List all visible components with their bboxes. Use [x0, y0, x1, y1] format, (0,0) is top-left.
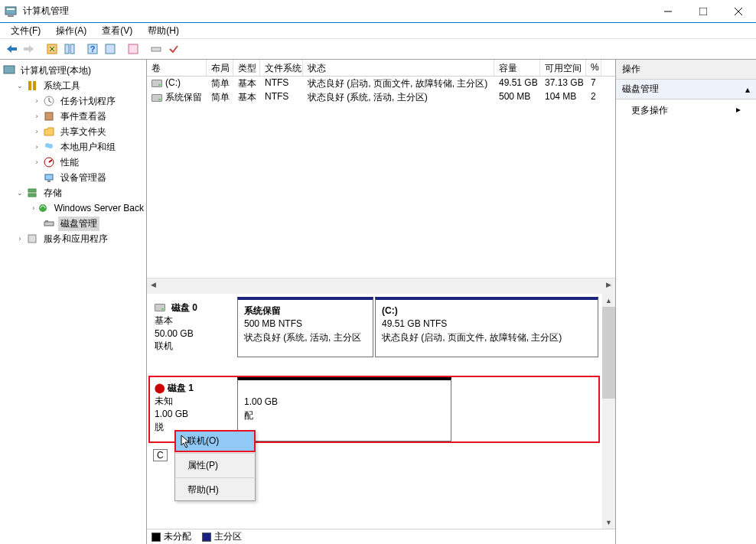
svg-rect-27: [28, 189, 36, 192]
tree-performance[interactable]: › 性能: [0, 155, 146, 170]
menu-file[interactable]: 文件(F): [3, 23, 48, 39]
legend-swatch-unalloc: [152, 533, 161, 542]
disk0-partition-reserved[interactable]: 系统保留 500 MB NTFS 状态良好 (系统, 活动, 主分区: [237, 297, 373, 357]
svg-rect-17: [4, 66, 15, 73]
svg-rect-32: [28, 235, 36, 243]
tree-storage[interactable]: ⌄ 存储: [0, 185, 146, 200]
svg-rect-0: [5, 7, 16, 15]
volume-row[interactable]: 系统保留 简单 基本 NTFS 状态良好 (系统, 活动, 主分区) 500 M…: [147, 90, 615, 104]
vertical-scrollbar[interactable]: ▲ ▼: [602, 294, 615, 529]
menu-help[interactable]: 帮助(H): [140, 23, 187, 39]
ctx-properties[interactable]: 属性(P): [175, 455, 255, 476]
svg-rect-19: [33, 81, 36, 90]
svg-rect-8: [24, 47, 30, 50]
col-header-percent[interactable]: %: [586, 60, 601, 76]
center-pane: 卷 布局 类型 文件系统 状态 容量 可用空间 % (C:) 简单 基本 NTF…: [147, 60, 616, 544]
maximize-button[interactable]: [686, 0, 721, 23]
actions-pane: 操作 磁盘管理 ▴ 更多操作 ▸: [616, 60, 756, 544]
tool-action[interactable]: [44, 41, 60, 57]
tree-shared-folders[interactable]: › 共享文件夹: [0, 124, 146, 139]
svg-rect-30: [44, 222, 54, 226]
col-header-filesystem[interactable]: 文件系统: [260, 60, 303, 76]
close-button[interactable]: [721, 0, 756, 23]
svg-text:?: ?: [90, 44, 96, 54]
back-button[interactable]: [3, 41, 20, 57]
tool-check[interactable]: [165, 41, 182, 57]
titlebar: 计算机管理: [0, 0, 756, 23]
tool-views[interactable]: [125, 41, 142, 57]
forward-button[interactable]: [21, 41, 37, 57]
ctx-help[interactable]: 帮助(H): [175, 480, 255, 500]
svg-rect-7: [11, 47, 17, 50]
actions-section[interactable]: 磁盘管理 ▴: [616, 80, 756, 99]
svg-rect-10: [65, 44, 69, 54]
cursor-icon: [181, 435, 193, 450]
tree-disk-management[interactable]: › 磁盘管理: [0, 216, 146, 231]
toolbar: ?: [0, 38, 756, 60]
disk0-partition-c[interactable]: (C:) 49.51 GB NTFS 状态良好 (启动, 页面文件, 故障转储,…: [375, 297, 598, 357]
disk-0-info: 磁盘 0 基本 50.00 GB 联机: [150, 297, 236, 357]
svg-rect-28: [28, 194, 36, 197]
tree-task-scheduler[interactable]: › 任务计划程序: [0, 93, 146, 109]
menubar: 文件(F) 操作(A) 查看(V) 帮助(H): [0, 23, 756, 38]
svg-rect-11: [70, 44, 74, 54]
scroll-up-icon[interactable]: ▲: [602, 294, 615, 307]
svg-rect-16: [152, 47, 161, 51]
svg-rect-25: [45, 174, 53, 180]
tree-wsb[interactable]: › Windows Server Back: [0, 200, 146, 216]
tree-pane: 计算机管理(本地) ⌄ 系统工具 › 任务计划程序 › 事件查看器 › 共享文件…: [0, 60, 147, 544]
col-header-type[interactable]: 类型: [233, 60, 260, 76]
svg-rect-14: [106, 44, 115, 54]
tree-root[interactable]: 计算机管理(本地): [0, 63, 146, 78]
offline-icon: ⬤: [155, 382, 165, 395]
svg-rect-31: [45, 220, 48, 222]
disk-0-block[interactable]: 磁盘 0 基本 50.00 GB 联机 系统保留 500 MB NTFS 状态良…: [150, 297, 598, 357]
tool-settings[interactable]: [148, 41, 165, 57]
legend-swatch-primary: [202, 533, 211, 542]
svg-rect-1: [7, 8, 15, 10]
disk-icon: [155, 304, 165, 311]
tree-local-users[interactable]: › 本地用户和组: [0, 139, 146, 155]
collapse-icon[interactable]: ▴: [745, 84, 750, 95]
tool-show-hide[interactable]: [61, 41, 78, 57]
col-header-layout[interactable]: 布局: [207, 60, 233, 76]
chevron-right-icon: ▸: [736, 104, 741, 117]
disk1-unallocated[interactable]: 1.00 GB 配: [237, 377, 451, 441]
menu-action[interactable]: 操作(A): [48, 23, 94, 39]
svg-rect-21: [45, 112, 53, 120]
tool-refresh[interactable]: [102, 41, 119, 57]
help-icon[interactable]: ?: [84, 41, 101, 57]
scroll-down-icon[interactable]: ▼: [602, 516, 615, 529]
drive-icon: [152, 80, 162, 87]
svg-rect-26: [47, 181, 51, 182]
minimize-button[interactable]: [650, 0, 686, 23]
scroll-left-icon[interactable]: ◀: [147, 279, 160, 292]
volume-list[interactable]: (C:) 简单 基本 NTFS 状态良好 (启动, 页面文件, 故障转储, 主分…: [147, 77, 615, 278]
tree-services-apps[interactable]: › 服务和应用程序: [0, 231, 146, 246]
actions-header: 操作: [616, 60, 756, 80]
svg-point-23: [48, 144, 53, 148]
legend: 未分配 主分区: [147, 529, 615, 544]
tree-device-manager[interactable]: › 设备管理器: [0, 170, 146, 185]
tree-system-tools[interactable]: ⌄ 系统工具: [0, 78, 146, 93]
svg-rect-18: [28, 81, 31, 90]
volume-list-header: 卷 布局 类型 文件系统 状态 容量 可用空间 %: [147, 60, 615, 77]
drive-icon: [152, 94, 162, 102]
col-header-status[interactable]: 状态: [303, 60, 494, 76]
tree-event-viewer[interactable]: › 事件查看器: [0, 109, 146, 124]
svg-rect-2: [8, 15, 14, 17]
svg-rect-4: [699, 8, 707, 15]
volume-row[interactable]: (C:) 简单 基本 NTFS 状态良好 (启动, 页面文件, 故障转储, 主分…: [147, 77, 615, 90]
col-header-free[interactable]: 可用空间: [540, 60, 586, 76]
actions-more[interactable]: 更多操作 ▸: [616, 99, 756, 122]
scroll-right-icon[interactable]: ▶: [602, 279, 615, 292]
scroll-thumb[interactable]: [602, 307, 615, 399]
col-header-volume[interactable]: 卷: [147, 60, 207, 76]
disk-map-pane: 磁盘 0 基本 50.00 GB 联机 系统保留 500 MB NTFS 状态良…: [147, 291, 615, 544]
svg-rect-15: [129, 44, 138, 54]
col-header-capacity[interactable]: 容量: [494, 60, 540, 76]
window-title: 计算机管理: [21, 5, 650, 18]
menu-view[interactable]: 查看(V): [94, 23, 140, 39]
app-icon: [5, 5, 17, 18]
horizontal-scrollbar[interactable]: ◀ ▶: [147, 278, 615, 291]
